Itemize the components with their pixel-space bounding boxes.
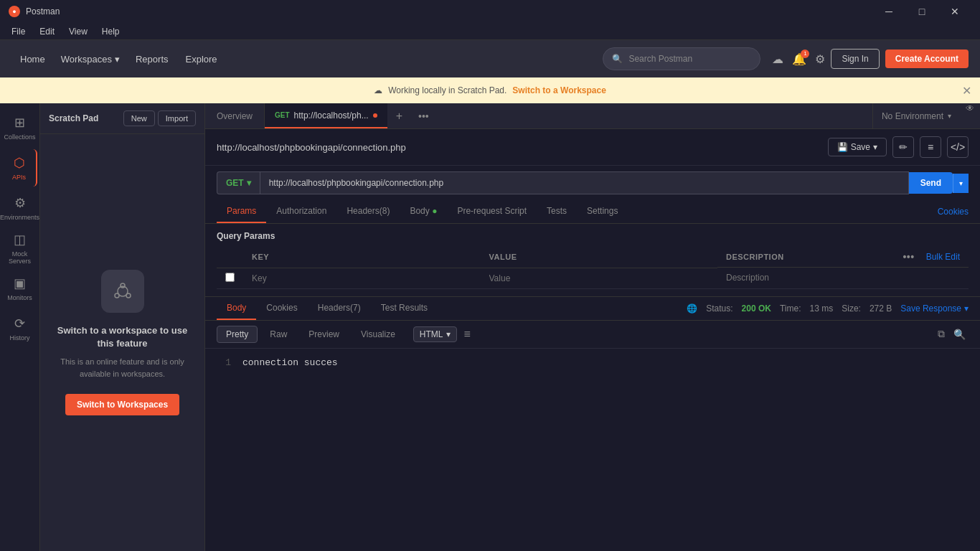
url-input[interactable] [260, 171, 909, 194]
sidebar-item-environments[interactable]: ⚙ Environments [3, 189, 37, 227]
create-account-button[interactable]: Create Account [885, 50, 969, 68]
sign-in-button[interactable]: Sign In [831, 49, 879, 69]
resp-tab-headers[interactable]: Headers(7) [308, 297, 371, 320]
title-bar: ● Postman ─ □ ✕ [0, 0, 980, 23]
request-bar: http://localhost/phpbookingapi/connectio… [205, 129, 980, 166]
menu-edit[interactable]: Edit [34, 25, 60, 38]
banner-close-icon[interactable]: ✕ [962, 84, 971, 98]
cloud-icon[interactable]: ☁ [772, 52, 783, 66]
minimize-button[interactable]: ─ [872, 0, 905, 23]
doc-button[interactable]: ≡ [920, 136, 941, 158]
key-input[interactable] [252, 273, 472, 283]
save-icon: 💾 [837, 142, 848, 152]
time-label: Time: [780, 303, 801, 314]
cookies-link[interactable]: Cookies [938, 207, 969, 217]
tab-tests[interactable]: Tests [537, 200, 577, 223]
sidebar-item-mock-servers[interactable]: ◫ Mock Servers [3, 230, 37, 267]
nav-home[interactable]: Home [11, 50, 54, 69]
wrap-lines-button[interactable]: ≡ [460, 325, 475, 344]
size-value: 272 B [870, 303, 892, 314]
time-value: 13 ms [810, 303, 834, 314]
key-col-header: KEY [243, 247, 481, 268]
maximize-button[interactable]: □ [905, 0, 938, 23]
workspace-switch-content: Switch to a workspace to use this featur… [40, 134, 204, 551]
new-button[interactable]: New [123, 110, 155, 126]
view-preview-button[interactable]: Preview [299, 326, 349, 343]
close-button[interactable]: ✕ [938, 0, 971, 23]
resp-tab-cookies[interactable]: Cookies [256, 297, 307, 320]
param-checkbox[interactable] [225, 273, 235, 282]
banner-switch-link[interactable]: Switch to a Workspace [512, 85, 606, 95]
response-tabs-bar: Body Cookies Headers(7) Test Results 🌐 S… [205, 297, 980, 321]
view-raw-button[interactable]: Raw [260, 326, 296, 343]
search-response-button[interactable]: 🔍 [951, 326, 969, 343]
response-code-area: 1 connection succes [205, 349, 980, 552]
format-selector[interactable]: HTML ▾ [413, 326, 457, 342]
tab-authorization[interactable]: Authorization [266, 200, 336, 223]
view-visualize-button[interactable]: Visualize [352, 326, 405, 343]
tab-headers[interactable]: Headers(8) [336, 200, 400, 223]
save-button[interactable]: 💾 Save ▾ [828, 138, 887, 156]
view-pretty-button[interactable]: Pretty [217, 326, 258, 343]
value-input[interactable] [489, 273, 710, 283]
sidebar-item-apis[interactable]: ⬡ APIs [3, 149, 37, 187]
save-label: Save [851, 142, 870, 152]
globe-icon: 🌐 [687, 303, 697, 314]
request-tabs: Params Authorization Headers(8) Body ● P… [205, 200, 980, 224]
send-dropdown-button[interactable]: ▾ [953, 174, 969, 193]
nav-reports[interactable]: Reports [127, 50, 177, 69]
desc-col-header: DESCRIPTION ••• Bulk Edit [717, 247, 969, 268]
resp-tab-test-results[interactable]: Test Results [371, 297, 438, 320]
value-cell[interactable] [481, 268, 718, 288]
method-selector[interactable]: GET ▾ [217, 171, 260, 194]
sidebar-collections-label: Collections [4, 133, 35, 141]
app-logo: ● [9, 6, 20, 17]
edit-button[interactable]: ✏ [892, 136, 914, 158]
save-response-label: Save Response [900, 303, 961, 314]
copy-button[interactable]: ⧉ [935, 325, 948, 343]
sidebar-history-label: History [9, 334, 29, 342]
sidebar-item-collections[interactable]: ⊞ Collections [3, 109, 37, 146]
tab-active-request[interactable]: GET http://localhost/ph... [265, 103, 387, 128]
menu-file[interactable]: File [6, 25, 31, 38]
mock-servers-icon: ◫ [14, 232, 26, 248]
settings-icon[interactable]: ⚙ [815, 52, 825, 66]
apis-icon: ⬡ [14, 155, 25, 171]
nav-workspaces[interactable]: Workspaces ▾ [54, 50, 127, 69]
description-input[interactable] [726, 273, 960, 283]
tab-add-button[interactable]: + [387, 103, 411, 128]
menu-view[interactable]: View [63, 25, 93, 38]
notification-icon[interactable]: 🔔 1 [792, 52, 806, 66]
sidebar-item-monitors[interactable]: ▣ Monitors [3, 270, 37, 307]
desc-cell[interactable] [717, 268, 969, 288]
tab-body[interactable]: Body ● [400, 200, 447, 223]
key-cell[interactable] [243, 268, 481, 288]
nav-explore[interactable]: Explore [177, 50, 226, 69]
menu-help[interactable]: Help [96, 25, 126, 38]
code-button[interactable]: </> [947, 136, 969, 158]
headers-label: Headers [347, 206, 379, 216]
save-response-button[interactable]: Save Response ▾ [900, 303, 969, 314]
tab-overview[interactable]: Overview [205, 103, 265, 128]
status-value: 200 OK [742, 303, 771, 314]
tab-method-badge: GET [275, 111, 290, 119]
tab-pre-request[interactable]: Pre-request Script [447, 200, 537, 223]
more-options-icon[interactable]: ••• [903, 251, 914, 263]
switch-workspaces-button[interactable]: Switch to Workspaces [65, 394, 179, 415]
banner-cloud-icon: ☁ [374, 85, 382, 95]
sidebar-item-history[interactable]: ⟳ History [3, 310, 37, 347]
environment-selector[interactable]: No Environment ▾ [872, 103, 960, 128]
tab-more-button[interactable]: ••• [411, 103, 436, 128]
sidebar-monitors-label: Monitors [7, 294, 32, 301]
sidebar-icons: ⊞ Collections ⬡ APIs ⚙ Environments ◫ Mo… [0, 103, 40, 551]
resp-tab-body[interactable]: Body [217, 297, 256, 320]
row-checkbox[interactable] [217, 268, 243, 288]
eye-icon[interactable]: 👁 [960, 103, 980, 128]
tab-params[interactable]: Params [217, 200, 266, 223]
bulk-edit-button[interactable]: Bulk Edit [926, 252, 960, 262]
send-button[interactable]: Send [909, 172, 953, 194]
environments-icon: ⚙ [14, 195, 26, 211]
tab-settings[interactable]: Settings [577, 200, 628, 223]
search-bar[interactable]: 🔍 Search Postman [603, 47, 760, 70]
import-button[interactable]: Import [158, 110, 196, 126]
